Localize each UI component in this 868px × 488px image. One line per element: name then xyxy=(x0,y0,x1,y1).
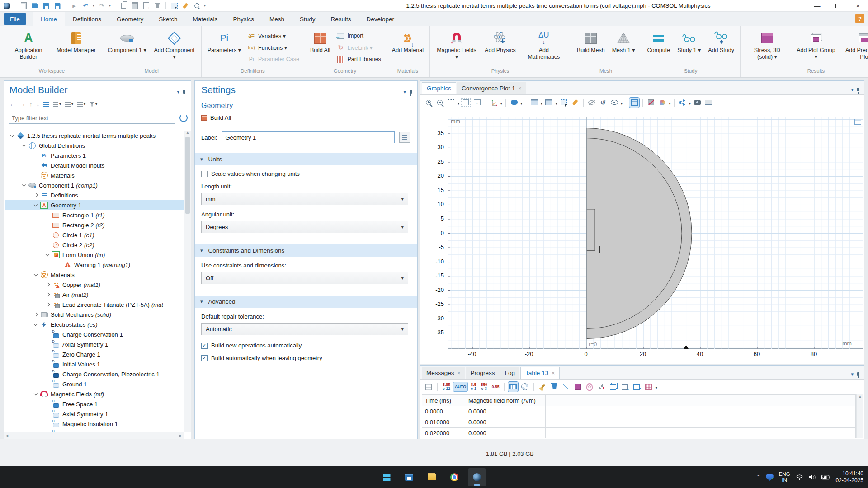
tree-item[interactable]: Component 1 (comp1) xyxy=(5,180,184,190)
table-surface-button[interactable] xyxy=(573,382,583,392)
magnetic-fields-button[interactable]: +−Magnetic Fields ▾ xyxy=(433,28,481,67)
panel-menu-caret[interactable] xyxy=(851,370,854,378)
tab-geometry[interactable]: Geometry xyxy=(109,12,151,26)
tree-item[interactable]: Lead Zirconate Titanate (PZT-5A) (mat xyxy=(5,300,184,310)
tree-expander[interactable] xyxy=(44,349,52,359)
precision-button-2[interactable]: 8.5e-1 xyxy=(469,382,477,392)
tree-horizontal-scrollbar[interactable]: ◀▶ xyxy=(4,432,184,439)
update-table-button[interactable] xyxy=(643,382,653,392)
table-row[interactable]: 0.0000 0.0000 xyxy=(422,406,856,417)
constraints-dropdown[interactable]: Off xyxy=(201,272,408,284)
checkbox-checked[interactable]: ✓ xyxy=(201,343,208,349)
add-plot-group-button[interactable]: Add Plot Group ▾ xyxy=(792,28,840,67)
update-plot-caret[interactable] xyxy=(689,99,691,107)
tree-expander[interactable] xyxy=(21,141,28,150)
sort-descending-button[interactable]: ▾ xyxy=(65,102,73,107)
tree-item[interactable]: Warning 1 (warning1) xyxy=(5,260,184,270)
save-as-button[interactable] xyxy=(53,2,61,10)
tree-item[interactable]: Charge Conservation 1 xyxy=(5,329,184,339)
build-mesh-button[interactable]: Build Mesh xyxy=(574,28,608,67)
tab-physics[interactable]: Physics xyxy=(225,12,262,26)
delete-table-button[interactable] xyxy=(549,382,559,392)
tree-expander[interactable] xyxy=(44,280,52,290)
part-libraries-button[interactable]: Part Libraries xyxy=(335,54,383,65)
parameter-case-button[interactable]: Parameter Case xyxy=(245,54,301,65)
toolbar-caret[interactable]: ▾ xyxy=(204,4,206,8)
plot-corner-icon[interactable] xyxy=(854,119,861,125)
go-to-view-caret[interactable] xyxy=(500,99,503,107)
mesh-1-button[interactable]: Mesh 1 ▾ xyxy=(609,28,638,67)
close-tab-icon[interactable]: × xyxy=(458,370,461,376)
livelink-button[interactable]: LiveLink ▾ xyxy=(335,42,383,53)
add-study-button[interactable]: Add Study xyxy=(705,28,737,67)
pin-icon[interactable] xyxy=(857,370,859,378)
tree-item[interactable]: Form Union (fin) xyxy=(5,250,184,260)
clock[interactable]: 10:41:4002-04-2025 xyxy=(836,470,863,484)
visibility-button[interactable] xyxy=(609,98,619,108)
scale-values-checkbox-row[interactable]: Scale values when changing units xyxy=(201,170,300,177)
save-button[interactable] xyxy=(42,2,50,10)
build-all-button[interactable]: Build All xyxy=(307,28,333,67)
clear-selection-button[interactable] xyxy=(570,98,580,108)
tree-expander[interactable] xyxy=(33,170,40,180)
comsol-taskbar-icon[interactable] xyxy=(468,468,486,486)
section-units[interactable]: Units xyxy=(195,153,417,165)
undo-button[interactable] xyxy=(81,2,90,10)
table-toolbar-caret[interactable] xyxy=(655,383,657,391)
minimize-button[interactable]: — xyxy=(807,0,827,12)
tree-vertical-scrollbar[interactable]: ▲ xyxy=(184,131,191,432)
full-precision-button[interactable] xyxy=(508,382,518,392)
tree-expander[interactable] xyxy=(33,270,40,280)
radial-format-button[interactable] xyxy=(520,382,530,392)
tree-expander[interactable] xyxy=(44,220,52,230)
tab-home[interactable]: Home xyxy=(33,12,65,26)
zoom-in-button[interactable] xyxy=(424,98,434,108)
tab-definitions[interactable]: Definitions xyxy=(65,12,109,26)
redo-button[interactable] xyxy=(98,2,106,10)
add-component-button[interactable]: Add Component ▾ xyxy=(151,28,198,67)
stress-3d-button[interactable]: Stress, 3D (solid) ▾ xyxy=(743,28,791,67)
move-down-button[interactable]: ↓ xyxy=(37,101,40,108)
store-icon[interactable] xyxy=(400,468,418,486)
add-material-button[interactable]: Add Material xyxy=(389,28,427,67)
paste-button[interactable] xyxy=(131,2,139,10)
tree-expander[interactable] xyxy=(44,329,52,339)
tree-item[interactable]: Global Definitions xyxy=(5,141,184,150)
redo-caret[interactable]: ▾ xyxy=(109,4,111,8)
precision-button-3[interactable]: 850e-3 xyxy=(480,382,489,392)
tree-item[interactable]: Free Space 1 xyxy=(5,399,184,409)
update-plot-button[interactable] xyxy=(678,98,688,108)
collapse-all-button[interactable] xyxy=(43,102,49,107)
column-header-field-norm[interactable]: Magnetic field norm (A/m) xyxy=(465,394,546,406)
zoom-to-selection-button[interactable] xyxy=(472,98,482,108)
tab-log[interactable]: Log xyxy=(500,367,520,379)
select-entities-button[interactable] xyxy=(559,98,569,108)
variables-button[interactable]: Variables ▾ xyxy=(245,31,301,41)
tab-sketch[interactable]: Sketch xyxy=(151,12,185,26)
table-row[interactable]: 0.020000 0.0000 xyxy=(422,428,856,438)
tree-item[interactable]: Geometry 1 xyxy=(5,200,184,210)
tray-expand-caret[interactable]: ⌃ xyxy=(756,474,761,480)
zoom-box-caret[interactable] xyxy=(458,99,460,107)
rename-button[interactable] xyxy=(399,132,410,143)
tree-expander[interactable] xyxy=(44,339,52,349)
panel-menu-caret[interactable] xyxy=(403,87,406,95)
refresh-icon[interactable] xyxy=(179,114,188,122)
tree-expander[interactable] xyxy=(44,290,52,300)
select-box-button[interactable] xyxy=(170,2,178,10)
clear-table-button[interactable] xyxy=(538,382,547,392)
select-box-caret[interactable] xyxy=(541,99,543,107)
help-button[interactable]: ? xyxy=(855,14,864,23)
hide-entities-button[interactable] xyxy=(587,98,597,108)
copy-selection-button[interactable] xyxy=(632,382,642,392)
table-row[interactable]: 0.010000 0.0000 xyxy=(422,417,856,428)
tree-item[interactable]: Magnetic Insulation 1 xyxy=(5,419,184,429)
open-file-button[interactable] xyxy=(31,2,39,10)
deselect-box-caret[interactable] xyxy=(555,99,557,107)
deselect-brush-button[interactable] xyxy=(181,2,189,10)
tree-item[interactable]: Materials xyxy=(5,170,184,180)
battery-icon[interactable] xyxy=(821,474,830,480)
mesh-visibility-button[interactable] xyxy=(646,98,656,108)
tree-expander[interactable] xyxy=(44,250,52,260)
parameters-button[interactable]: Parameters ▾ xyxy=(204,28,244,67)
